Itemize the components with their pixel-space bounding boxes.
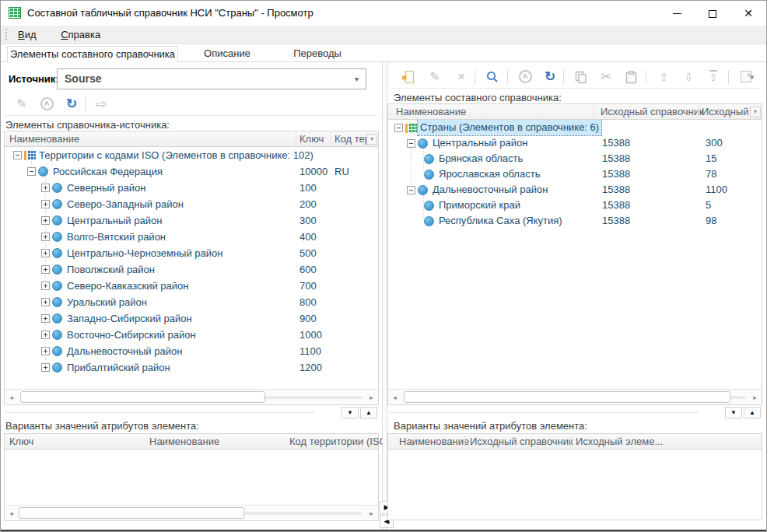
auto-refresh-icon[interactable]: [37, 94, 57, 114]
tree-item-label[interactable]: Страны (Элементов в справочнике: 6): [418, 120, 601, 135]
scroll-left-icon[interactable]: ◂: [5, 390, 18, 404]
column-key[interactable]: Ключ: [9, 434, 33, 449]
tree-item-label[interactable]: Западно-Сибирский район: [65, 310, 194, 327]
expander-icon[interactable]: [407, 139, 415, 148]
more-dropdown-icon[interactable]: ▾: [746, 67, 758, 87]
toolbar-gripper[interactable]: [5, 29, 7, 40]
column-name[interactable]: Наименование: [9, 131, 79, 146]
minimize-button[interactable]: [659, 1, 695, 26]
horizontal-splitter[interactable]: ▼ ▲: [387, 407, 762, 419]
tree-row[interactable]: Центральный район15388300: [388, 135, 762, 151]
cut-scissors-icon[interactable]: ✂: [596, 67, 616, 87]
tree-row[interactable]: Волго-Вятский район400: [5, 229, 378, 245]
expander-icon[interactable]: [41, 265, 50, 274]
tree-item-label[interactable]: Центральный район: [430, 135, 530, 151]
expander-icon[interactable]: [41, 331, 50, 339]
collapse-down-icon[interactable]: ▼: [341, 407, 359, 418]
expander-icon[interactable]: [41, 200, 50, 208]
source-combobox[interactable]: Sourse ▾: [57, 68, 366, 89]
menu-view[interactable]: Вид: [10, 26, 44, 44]
tree-item-label[interactable]: Республика Саха (Якутия): [436, 213, 565, 229]
tree-row[interactable]: Республика Саха (Якутия)1538898: [388, 213, 762, 229]
column-source-element[interactable]: Исходный элеме...: [576, 434, 663, 449]
tree-row[interactable]: Уральский район800: [5, 294, 378, 310]
tree-row[interactable]: Поволжский район600: [5, 261, 378, 278]
tree-item-label[interactable]: Территории с кодами ISO (Элементов в спр…: [37, 147, 316, 163]
move-down-icon[interactable]: ⇩: [678, 67, 699, 87]
column-source-catalog[interactable]: Исходный справочник: [601, 104, 704, 119]
move-up-icon[interactable]: ⇧: [653, 67, 674, 87]
column-source-catalog[interactable]: Исходный справочник: [470, 434, 573, 449]
tree-item-label[interactable]: Поволжский район: [65, 261, 157, 278]
expander-icon[interactable]: [41, 314, 50, 323]
expander-icon[interactable]: [41, 298, 50, 306]
edit-pencil-icon[interactable]: ✎: [12, 94, 32, 114]
maximize-button[interactable]: [695, 1, 730, 26]
tree-row[interactable]: Северо-Западный район200: [5, 196, 378, 212]
tree-row[interactable]: Дальневосточный район1100: [5, 343, 378, 359]
expander-icon[interactable]: [27, 167, 36, 176]
column-name[interactable]: Наименование: [399, 434, 469, 449]
column-key[interactable]: Ключ: [299, 131, 324, 146]
move-top-icon[interactable]: ⇧: [703, 67, 723, 87]
column-name[interactable]: Наименование: [396, 104, 466, 119]
tree-item-label[interactable]: Северо-Кавказский район: [65, 278, 191, 294]
tree-row[interactable]: Прибалтийский район1200: [5, 359, 378, 376]
copy-icon[interactable]: [571, 67, 591, 87]
edit-pencil-icon[interactable]: ✎: [425, 67, 445, 87]
expander-icon[interactable]: [13, 151, 22, 159]
tree-row[interactable]: Дальневосточный район153881100: [388, 182, 762, 198]
filter-icon[interactable]: ▾: [366, 134, 377, 145]
auto-refresh-icon[interactable]: [515, 67, 535, 87]
chevron-down-icon[interactable]: ▾: [355, 69, 359, 89]
horizontal-splitter[interactable]: ▼ ▲: [4, 407, 379, 419]
expander-icon[interactable]: [41, 347, 50, 355]
tree-item-label[interactable]: Дальневосточный район: [430, 182, 550, 198]
scroll-right-icon[interactable]: ▸: [365, 390, 378, 404]
tree-item-label[interactable]: Приморский край: [436, 198, 523, 213]
refresh-icon[interactable]: ↻: [540, 67, 560, 87]
expander-icon[interactable]: [394, 124, 403, 132]
tree-row[interactable]: Ярославская область1538878: [388, 166, 762, 182]
expander-icon[interactable]: [41, 233, 50, 241]
tree-row[interactable]: Центральный район300: [5, 212, 378, 229]
forward-arrow-icon[interactable]: ⇨: [91, 94, 111, 114]
tree-item-label[interactable]: Северо-Западный район: [65, 196, 186, 212]
scrollbar-thumb[interactable]: [404, 391, 730, 403]
column-name[interactable]: Наименование: [149, 434, 219, 449]
tree-row[interactable]: Приморский край153885: [388, 198, 762, 213]
scrollbar-thumb[interactable]: [20, 391, 265, 403]
expand-up-icon[interactable]: ▲: [360, 407, 377, 418]
filter-icon[interactable]: ▾: [750, 107, 761, 117]
delete-x-icon[interactable]: ✕: [451, 67, 471, 87]
expander-icon[interactable]: [41, 363, 50, 372]
expand-up-icon[interactable]: ▲: [744, 407, 761, 418]
tree-row[interactable]: Территории с кодами ISO (Элементов в спр…: [5, 147, 378, 163]
tree-item-label[interactable]: Прибалтийский район: [65, 359, 173, 376]
paste-icon[interactable]: [621, 67, 641, 87]
scroll-right-icon[interactable]: ▸: [365, 506, 378, 520]
tree-item-label[interactable]: Восточно-Сибирский район: [65, 327, 198, 343]
source-tree-hscrollbar[interactable]: ◂ ▸: [5, 389, 378, 404]
tree-row[interactable]: Центрально-Черноземный район500: [5, 245, 378, 261]
tree-item-label[interactable]: Дальневосточный район: [65, 343, 184, 359]
tree-row[interactable]: Страны (Элементов в справочнике: 6): [388, 120, 762, 135]
attrs-hscrollbar-left[interactable]: ◂ ▸: [5, 505, 378, 520]
tree-item-label[interactable]: Брянская область: [436, 151, 525, 166]
vertical-splitter[interactable]: [382, 62, 387, 531]
tree-row[interactable]: Восточно-Сибирский район1000: [5, 327, 378, 343]
tab-translations[interactable]: Переводы: [275, 46, 360, 62]
tree-row[interactable]: Северо-Кавказский район700: [5, 278, 378, 294]
tree-row[interactable]: Российская Федерация10000RU: [5, 163, 378, 180]
expander-icon[interactable]: [41, 249, 50, 257]
tab-description[interactable]: Описание: [184, 46, 270, 62]
tree-row[interactable]: Северный район100: [5, 180, 378, 196]
add-item-icon[interactable]: ✶: [398, 67, 419, 87]
tree-item-label[interactable]: Центрально-Черноземный район: [65, 245, 225, 261]
menu-help[interactable]: Справка: [53, 26, 108, 44]
column-territory-code-iso[interactable]: Код территории (ISO): [289, 434, 391, 449]
tree-row[interactable]: Брянская область1538815: [388, 151, 762, 166]
refresh-icon[interactable]: ↻: [61, 94, 82, 114]
expander-icon[interactable]: [41, 184, 50, 192]
tree-item-label[interactable]: Волго-Вятский район: [65, 229, 168, 245]
